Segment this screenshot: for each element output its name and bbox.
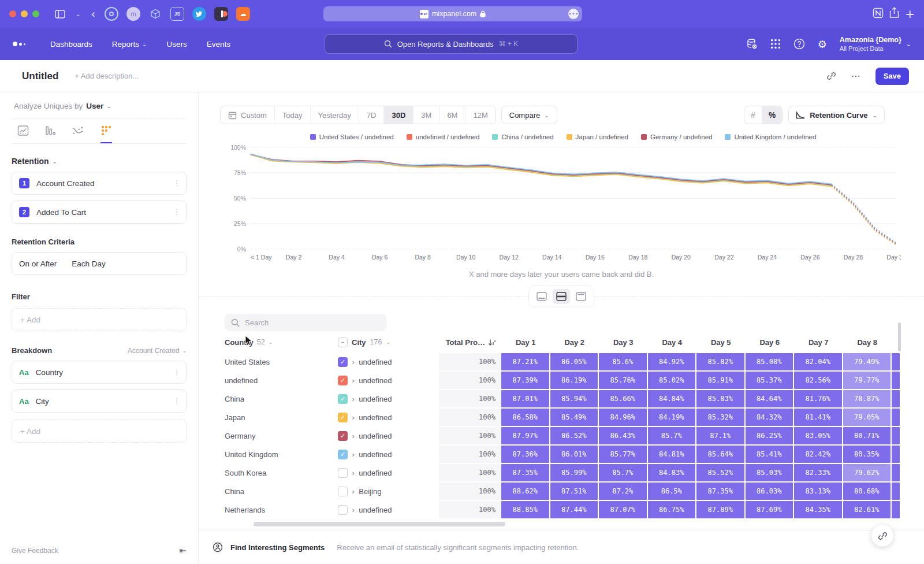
back-icon[interactable]: ‹ xyxy=(91,8,95,20)
legend-item[interactable]: United Kingdom / undefined xyxy=(725,133,816,140)
report-title[interactable]: Untitled xyxy=(22,70,58,82)
retention-cell[interactable]: 85.76% xyxy=(599,372,647,389)
more-options-icon[interactable]: ⋯ xyxy=(851,70,860,81)
day-column-header[interactable]: Day 4 xyxy=(648,338,697,347)
add-filter-button[interactable]: + Add xyxy=(12,308,187,331)
copy-link-icon[interactable] xyxy=(826,71,836,81)
expand-row-icon[interactable]: › xyxy=(352,413,355,422)
data-management-icon[interactable] xyxy=(746,38,758,50)
expand-row-icon[interactable]: › xyxy=(352,358,355,366)
day-column-header[interactable]: Day 3 xyxy=(599,338,648,347)
day-column-header[interactable]: Day 1 xyxy=(501,338,550,347)
day-column-header[interactable]: Day 6 xyxy=(746,338,795,347)
retention-cell[interactable]: 82.04% xyxy=(794,353,842,370)
retention-cell[interactable]: 87.39% xyxy=(501,372,549,389)
retention-cell[interactable]: 85.41% xyxy=(746,446,793,463)
day-column-header[interactable]: Day 5 xyxy=(696,338,746,347)
save-button[interactable]: Save xyxy=(875,68,909,85)
retention-cell[interactable]: 82.61% xyxy=(843,501,891,518)
legend-item[interactable]: Germany / undefined xyxy=(641,133,712,140)
project-switcher[interactable]: Amazonia {Demo}All Project Data ⌄ xyxy=(840,36,911,52)
retention-cell[interactable]: 86.05% xyxy=(550,353,598,370)
retention-cell[interactable]: 79.77% xyxy=(843,372,891,389)
analyze-entity-select[interactable]: User⌄ xyxy=(86,102,111,110)
breakdown-options-icon[interactable]: ⋮ xyxy=(173,371,179,373)
row-checkbox[interactable]: ✓ xyxy=(338,431,348,441)
retention-cell[interactable]: 85.83% xyxy=(696,390,744,407)
retention-cell[interactable]: 85.08% xyxy=(746,353,793,370)
retention-cell[interactable]: 83.05% xyxy=(794,427,842,444)
date-range-6m[interactable]: 6M xyxy=(439,106,465,124)
retention-cell[interactable]: 85.52% xyxy=(696,464,744,481)
retention-cell[interactable]: 86.03% xyxy=(746,483,793,500)
onepassword-extension-icon[interactable] xyxy=(105,7,118,21)
total-column-header[interactable]: Total Pro… xyxy=(439,338,501,347)
collapse-sidebar-icon[interactable]: ⇤ xyxy=(179,546,187,556)
retention-cell[interactable]: 84.83% xyxy=(648,464,696,481)
apps-grid-icon[interactable] xyxy=(770,39,781,49)
retention-cell[interactable]: 87.01% xyxy=(501,390,549,407)
table-search[interactable] xyxy=(225,314,386,331)
breakdown-city[interactable]: Aa City ⋮ xyxy=(12,389,187,413)
retention-cell[interactable]: 79.05% xyxy=(843,409,891,426)
mixpanel-logo[interactable] xyxy=(13,42,25,46)
retention-chart[interactable]: 100%75%50%25%0%< 1 DayDay 2Day 4Day 6Day… xyxy=(225,143,901,263)
retention-step-2[interactable]: 2 Added To Cart ⋮ xyxy=(12,201,187,224)
date-range-yesterday[interactable]: Yesterday xyxy=(310,106,359,124)
country-column-header[interactable]: Country52 ⌄ xyxy=(225,338,338,347)
retention-cell[interactable]: 88.62% xyxy=(501,483,549,500)
page-options-button[interactable]: ••• xyxy=(568,9,579,19)
expand-row-icon[interactable]: › xyxy=(352,432,355,440)
day-column-header[interactable]: Day 2 xyxy=(550,338,599,347)
layout-chart-only-button[interactable] xyxy=(533,289,550,304)
retention-cell[interactable]: 87.97% xyxy=(501,427,549,444)
retention-cell[interactable]: 87.1% xyxy=(696,427,744,444)
nav-users[interactable]: Users xyxy=(166,40,187,49)
vertical-scrollbar[interactable] xyxy=(898,322,901,351)
date-range-today[interactable]: Today xyxy=(274,106,310,124)
settings-gear-icon[interactable]: ⚙ xyxy=(818,38,827,50)
expand-row-icon[interactable]: › xyxy=(352,450,355,459)
expand-row-icon[interactable]: › xyxy=(352,376,355,385)
retention-cell[interactable]: 85.66% xyxy=(599,390,647,407)
close-window-button[interactable] xyxy=(9,10,16,17)
chevron-down-icon[interactable]: ⌄ xyxy=(76,11,80,17)
zoom-window-button[interactable] xyxy=(32,10,39,17)
row-checkbox[interactable]: ✓ xyxy=(338,394,348,404)
retention-cell[interactable]: 85.03% xyxy=(746,464,793,481)
retention-cell[interactable]: 87.2% xyxy=(599,483,647,500)
retention-cell[interactable]: 85.64% xyxy=(696,446,744,463)
select-all-checkbox[interactable]: – xyxy=(338,337,348,347)
retention-cell[interactable]: 82.42% xyxy=(794,446,842,463)
retention-cell[interactable]: 86.5% xyxy=(648,483,696,500)
retention-cell[interactable]: 87.35% xyxy=(696,483,744,500)
retention-cell[interactable]: 86.19% xyxy=(550,372,598,389)
retention-cell[interactable]: 79.49% xyxy=(843,353,891,370)
retention-cell[interactable]: 82.56% xyxy=(794,372,842,389)
retention-cell[interactable]: 86.25% xyxy=(746,427,793,444)
row-checkbox[interactable]: ✓ xyxy=(338,413,348,422)
retention-cell[interactable]: 86.52% xyxy=(550,427,598,444)
sidebar-toggle-icon[interactable] xyxy=(55,10,65,18)
tab-funnels[interactable] xyxy=(45,125,55,143)
absolute-numbers-toggle[interactable]: # xyxy=(744,106,762,124)
retention-cell[interactable]: 86.43% xyxy=(599,427,647,444)
retention-cell[interactable]: 81.76% xyxy=(794,390,842,407)
retention-cell[interactable]: 87.21% xyxy=(501,353,549,370)
row-checkbox[interactable]: ✓ xyxy=(338,357,348,367)
breakdown-options-icon[interactable]: ⋮ xyxy=(173,400,179,402)
retention-cell[interactable]: 79.62% xyxy=(843,464,891,481)
retention-cell[interactable]: 87.36% xyxy=(501,446,549,463)
layout-split-button[interactable] xyxy=(553,289,570,304)
retention-cell[interactable]: 87.89% xyxy=(696,501,744,518)
window-controls[interactable] xyxy=(9,10,39,17)
nav-events[interactable]: Events xyxy=(207,40,230,49)
extension-m-icon[interactable]: m xyxy=(126,7,140,21)
add-breakdown-button[interactable]: + Add xyxy=(12,420,187,443)
date-range-3m[interactable]: 3M xyxy=(413,106,439,124)
retention-cell[interactable]: 87.51% xyxy=(550,483,598,500)
date-range-30d[interactable]: 30D xyxy=(383,106,413,124)
retention-cell[interactable]: 86.01% xyxy=(550,446,598,463)
breakdown-country[interactable]: Aa Country ⋮ xyxy=(12,361,187,384)
soundcloud-extension-icon[interactable]: ☁ xyxy=(236,7,250,21)
